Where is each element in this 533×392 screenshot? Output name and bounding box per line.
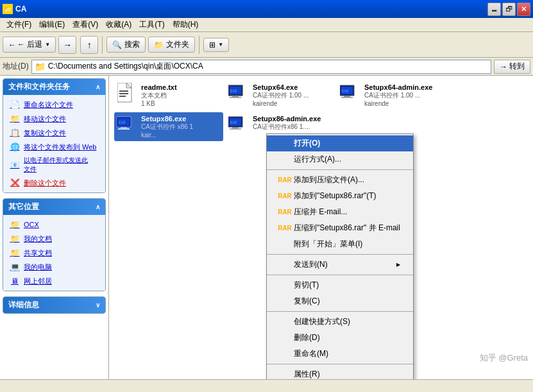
file-readme-name: readme.txt [141,83,221,91]
close-button[interactable]: ✕ [517,3,530,16]
places-mydocs-link[interactable]: 📁 我的文档 [3,232,105,246]
tasks-header[interactable]: 文件和文件夹任务 ∧ [3,79,105,95]
svg-rect-13 [344,96,350,97]
menu-view[interactable]: 查看(V) [69,18,102,31]
places-network-link[interactable]: 🖥 网上邻居 [3,274,105,288]
ctx-sep-1 [267,169,413,170]
menu-file[interactable]: 文件(F) [3,18,35,31]
publish-web-link[interactable]: 🌐 将这个文件发布到 Web [3,140,105,154]
file-setupx64-info: Setupx64.exe CA证书控件 1.00 ... kairende [253,83,332,107]
left-panel: 文件和文件夹任务 ∧ 📄 重命名这个文件 📁 移动这个文件 📋 复制这个文件 🌐 [0,76,109,379]
ctx-sendto[interactable]: 发送到(N) ▶ [267,257,413,273]
go-button[interactable]: → 转到 [494,60,530,74]
ctx-runas[interactable]: 运行方式(A)... [267,151,413,167]
context-menu: 打开(O) 运行方式(A)... RAR 添加到压缩文件(A)... RAR 添… [266,133,414,379]
rename-file-link[interactable]: 📄 重命名这个文件 [3,98,105,112]
file-item-setupx86[interactable]: EXE Setupx86.exe CA证书控件 x86 1 kair... [114,112,223,141]
svg-rect-19 [118,128,130,130]
search-button[interactable]: 🔍 搜索 [106,37,146,53]
status-bar [0,379,533,392]
restore-button[interactable]: 🗗 [502,3,516,16]
ctx-delete[interactable]: 删除(D) [267,330,413,346]
details-header[interactable]: 详细信息 ∨ [3,297,105,313]
details-chevron-icon: ∨ [96,302,100,309]
ctx-createshortcut[interactable]: 创建快捷方式(S) [267,314,413,330]
ctx-rar3-icon: RAR [280,207,290,217]
places-mycomputer-link[interactable]: 💻 我的电脑 [3,260,105,274]
search-label: 搜索 [124,39,140,50]
back-dropdown-icon[interactable]: ▼ [45,42,50,47]
email-link[interactable]: 📧 以电子邮件形式发送此文件 [3,154,105,176]
view-button[interactable]: ⊞ ▼ [203,38,229,52]
forward-button[interactable]: → [58,36,76,54]
file-item-setupx64admin[interactable]: EXE Setupx64-admin.exe CA证书控件 1.00 ... k… [337,81,446,110]
mydocs-label: 我的文档 [24,234,52,244]
delete-file-link[interactable]: ❌ 删除这个文件 [3,176,105,190]
ctx-rename[interactable]: 重命名(M) [267,346,413,362]
address-input[interactable] [48,62,488,71]
txt-file-icon [117,83,137,104]
move-file-link[interactable]: 📁 移动这个文件 [3,112,105,126]
places-shareddocs-link[interactable]: 📁 共享文档 [3,246,105,260]
menu-favorites[interactable]: 收藏(A) [102,18,135,31]
ctx-shortcut-icon [280,317,290,327]
ctx-cut[interactable]: 剪切(T) [267,277,413,293]
ctx-open[interactable]: 打开(O) [267,135,413,151]
ctx-addrar[interactable]: RAR 添加到"Setupx86.rar"(T) [267,188,413,204]
delete-label: 删除这个文件 [24,178,66,188]
move-label: 移动这个文件 [24,114,66,124]
copy-label: 复制这个文件 [24,128,66,138]
window-title: CA [15,4,487,13]
svg-rect-2 [119,90,128,92]
places-header[interactable]: 其它位置 ∧ [3,199,105,215]
back-button[interactable]: ← ← 后退 ▼ [3,37,56,53]
file-setupx86admin-type: CA证书控件x86 1.... [253,123,332,132]
ctx-copy-icon [280,296,290,307]
file-readme-info: readme.txt 文本文档 1 KB [141,83,221,107]
setupx86-exe-icon: EXE [117,115,137,135]
ctx-rar1-icon: RAR [280,175,290,185]
menu-tools[interactable]: 工具(T) [135,18,168,31]
back-arrow-icon: ← [8,40,16,49]
ctx-sendto-icon [280,260,290,270]
svg-text:EXE: EXE [230,89,237,93]
ctx-copy[interactable]: 复制(C) [267,293,413,309]
ctx-addarchive[interactable]: RAR 添加到压缩文件(A)... [267,172,413,188]
svg-rect-24 [230,128,241,130]
up-icon: ↑ [87,40,92,50]
mycomputer-label: 我的电脑 [24,262,52,272]
ctx-raremail[interactable]: RAR 压缩到"Setupx86.rar" 并 E-mail [267,220,413,236]
menu-edit[interactable]: 编辑(E) [35,18,69,31]
up-button[interactable]: ↑ [80,36,98,54]
menu-help[interactable]: 帮助(H) [169,18,203,31]
ctx-pin-icon [280,239,290,250]
ctx-open-icon [280,139,290,149]
delete-icon: ❌ [10,178,20,188]
minimize-button[interactable]: 🗕 [487,3,501,16]
ctx-cut-icon [280,280,290,291]
ctx-pinstart[interactable]: 附到「开始」菜单(I) [267,236,413,252]
places-section: 其它位置 ∧ 📁 OCX 📁 我的文档 📁 共享文档 💻 我的 [3,198,106,291]
ctx-rename-icon [280,349,290,359]
file-area: readme.txt 文本文档 1 KB EXE [109,76,533,379]
address-label: 地址(D) [3,61,29,72]
file-item-readme[interactable]: readme.txt 文本文档 1 KB [114,81,223,110]
places-ocx-link[interactable]: 📁 OCX [3,217,105,232]
ctx-rar4-icon: RAR [280,223,290,234]
ctx-compressemail[interactable]: RAR 压缩并 E-mail... [267,204,413,220]
ctx-delete-label: 删除(D) [294,332,320,343]
folders-button[interactable]: 📁 文件夹 [148,37,195,53]
view-dropdown-icon[interactable]: ▼ [218,42,223,47]
file-setupx64admin-name: Setupx64-admin.exe [364,83,444,91]
address-folder-icon: 📁 [35,62,46,72]
setupx86admin-exe-icon: EXE [228,115,249,135]
ctx-copy-label: 复制(C) [294,296,320,307]
go-arrow-icon: → [500,62,507,71]
places-body: 📁 OCX 📁 我的文档 📁 共享文档 💻 我的电脑 🖥 网上邻居 [3,215,105,291]
copy-file-link[interactable]: 📋 复制这个文件 [3,126,105,140]
files-container: readme.txt 文本文档 1 KB EXE [114,81,528,141]
ctx-properties-label: 属性(R) [294,369,320,379]
file-item-setupx64[interactable]: EXE Setupx64.exe CA证书控件 1.00 ... kairend… [226,81,335,110]
tasks-section: 文件和文件夹任务 ∧ 📄 重命名这个文件 📁 移动这个文件 📋 复制这个文件 🌐 [3,78,106,193]
ctx-properties[interactable]: 属性(R) [267,366,413,379]
